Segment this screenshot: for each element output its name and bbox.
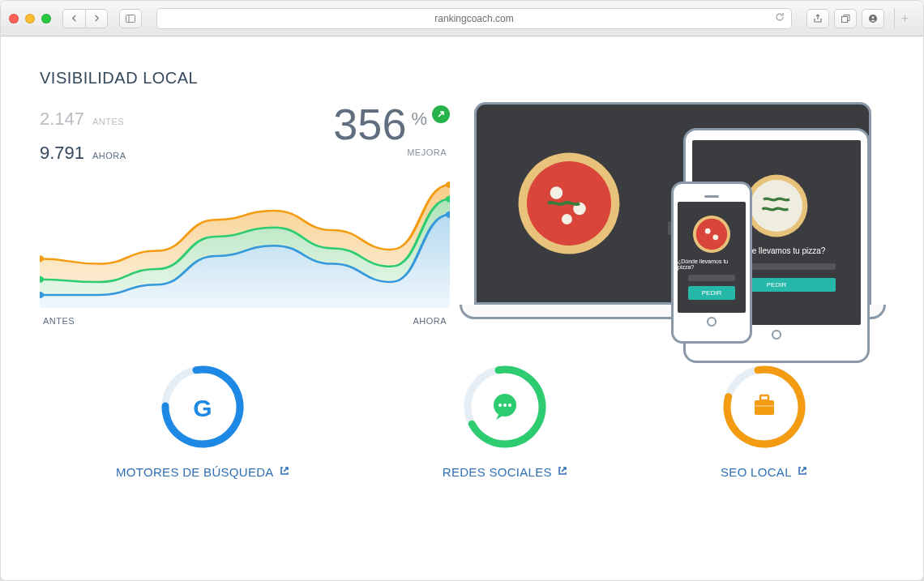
browser-chrome: rankingcoach.com + [1, 1, 923, 36]
share-icon [813, 14, 823, 23]
improvement-pct: % [411, 110, 427, 128]
tile-google[interactable]: G MOTORES DE BÚSQUEDA [116, 363, 290, 479]
svg-point-21 [712, 234, 718, 240]
svg-point-28 [498, 404, 502, 407]
svg-point-29 [503, 404, 507, 407]
forward-button[interactable] [85, 9, 108, 28]
pizza-illustration [516, 151, 622, 256]
progress-ring [721, 363, 808, 451]
now-label: AHORA [92, 151, 126, 160]
page-content: VISIBILIDAD LOCAL 2.147 ANTES 9.791 AHOR… [1, 36, 923, 580]
reload-icon [775, 12, 785, 22]
external-link-icon [279, 465, 290, 479]
svg-rect-0 [126, 15, 135, 22]
chart-axis-labels: ANTES AHORA [40, 316, 450, 326]
svg-rect-34 [760, 395, 768, 400]
improvement-block: 356 % MEJORA [333, 102, 450, 157]
top-row: 2.147 ANTES 9.791 AHORA 356 % [40, 102, 884, 326]
visibility-chart [40, 178, 450, 308]
pizza-illustration [692, 215, 731, 254]
svg-text:G: G [194, 395, 212, 421]
fullscreen-window-button[interactable] [41, 14, 51, 23]
right-toolbar [806, 9, 884, 28]
person-icon [867, 14, 879, 23]
tile-label: SEO LOCAL [721, 465, 808, 479]
before-value: 2.147 [40, 109, 84, 129]
svg-rect-35 [755, 405, 774, 407]
svg-point-20 [705, 229, 711, 234]
chevron-left-icon [71, 15, 78, 22]
svg-point-19 [696, 219, 727, 250]
phone-mock: ¿Dónde llevamos tu pizza? PEDIR [671, 182, 752, 344]
external-link-icon [557, 465, 568, 479]
tile-chat[interactable]: REDES SOCIALES [443, 363, 568, 479]
tabs-icon [841, 14, 850, 23]
progress-ring [461, 363, 549, 451]
tiles-row: G MOTORES DE BÚSQUEDA REDES SOCIALES [40, 363, 884, 479]
before-label: ANTES [92, 117, 124, 126]
svg-point-15 [561, 214, 571, 224]
tile-briefcase[interactable]: SEO LOCAL [721, 363, 808, 479]
before-now-values: 2.147 ANTES 9.791 AHORA [40, 102, 126, 170]
devices-mock: PIZZA NAPOLI ¿Dónde llevamos tu pizza? C… [474, 102, 884, 326]
panel-icon [126, 15, 135, 23]
page-title: VISIBILIDAD LOCAL [40, 69, 884, 88]
account-button[interactable] [862, 9, 884, 28]
device-question: ¿Dónde llevamos tu pizza? [678, 258, 746, 270]
share-button[interactable] [806, 9, 829, 28]
progress-ring: G [159, 363, 246, 451]
stats-numbers: 2.147 ANTES 9.791 AHORA 356 % [40, 102, 450, 170]
close-window-button[interactable] [9, 14, 19, 23]
minimize-window-button[interactable] [25, 14, 35, 23]
pizza-illustration [744, 173, 809, 238]
trend-up-icon [432, 105, 450, 123]
improvement-label: MEJORA [407, 147, 447, 157]
chart-right-label: AHORA [413, 316, 447, 326]
postal-input-mock [688, 275, 736, 281]
tile-label: MOTORES DE BÚSQUEDA [116, 465, 290, 479]
improvement-value-row: 356 % [333, 102, 450, 146]
tile-label: REDES SOCIALES [443, 465, 568, 479]
improvement-value: 356 [333, 102, 406, 146]
nav-arrows [62, 9, 108, 28]
now-value: 9.791 [40, 143, 84, 163]
svg-point-4 [872, 16, 875, 19]
cta-mock: PEDIR [688, 286, 736, 300]
svg-point-17 [751, 180, 802, 232]
traffic-lights [9, 14, 51, 23]
address-bar[interactable]: rankingcoach.com [156, 8, 792, 29]
reload-button[interactable] [775, 12, 785, 24]
new-tab-button[interactable]: + [894, 8, 915, 29]
address-text: rankingcoach.com [434, 13, 513, 24]
browser-window: rankingcoach.com + VISIBILIDAD LOCAL [0, 0, 924, 581]
svg-point-13 [550, 186, 563, 199]
tabs-button[interactable] [834, 9, 857, 28]
svg-point-30 [508, 404, 511, 407]
svg-rect-33 [755, 400, 774, 415]
back-button[interactable] [62, 9, 85, 28]
external-link-icon [797, 465, 808, 479]
stats-panel: 2.147 ANTES 9.791 AHORA 356 % [40, 102, 450, 326]
sidebar-toggle-button[interactable] [119, 9, 142, 28]
chart-left-label: ANTES [43, 316, 75, 326]
svg-rect-2 [842, 16, 848, 22]
chevron-right-icon [93, 15, 101, 22]
